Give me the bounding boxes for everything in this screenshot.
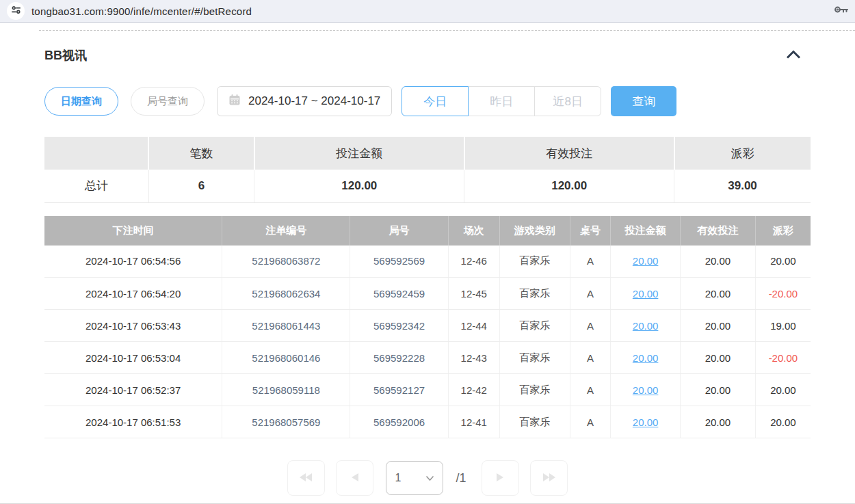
summary-header-bet-amount: 投注金额 bbox=[254, 137, 464, 170]
date-query-tab[interactable]: 日期查询 bbox=[44, 87, 118, 116]
bet-time: 2024-10-17 06:53:04 bbox=[44, 342, 222, 374]
date-range-value: 2024-10-17 ~ 2024-10-17 bbox=[248, 94, 380, 108]
bet-amount-link[interactable]: 20.00 bbox=[633, 288, 659, 300]
col-valid-bet: 有效投注 bbox=[681, 216, 756, 246]
round-id: 569592006 bbox=[350, 406, 448, 438]
bet-time: 2024-10-17 06:53:43 bbox=[44, 310, 222, 342]
col-session: 场次 bbox=[448, 216, 499, 246]
bet-record-panel: BB视讯 日期查询 局号查询 bbox=[44, 47, 811, 496]
today-button[interactable]: 今日 bbox=[402, 86, 469, 116]
summary-table: 笔数 投注金额 有效投注 派彩 总计 6 120.00 120.00 39.00 bbox=[44, 137, 811, 203]
col-payout: 派彩 bbox=[755, 216, 811, 246]
table-row: 2024-10-17 06:53:43 521968061443 5695923… bbox=[44, 310, 811, 342]
bet-amount-link[interactable]: 20.00 bbox=[633, 416, 659, 428]
site-settings-button[interactable] bbox=[7, 2, 25, 20]
bet-amount-link[interactable]: 20.00 bbox=[633, 384, 659, 396]
summary-header-row: 笔数 投注金额 有效投注 派彩 bbox=[44, 137, 811, 170]
table-row: 2024-10-17 06:54:56 521968063872 5695925… bbox=[44, 246, 811, 278]
game-type: 百家乐 bbox=[499, 406, 570, 438]
valid-bet: 20.00 bbox=[681, 374, 756, 406]
game-type: 百家乐 bbox=[499, 246, 570, 278]
page-select[interactable]: 1 bbox=[386, 461, 443, 495]
summary-header-payout: 派彩 bbox=[674, 137, 811, 170]
session: 12-42 bbox=[448, 374, 499, 406]
round-id: 569592459 bbox=[350, 278, 448, 310]
chevron-down-icon bbox=[425, 472, 434, 484]
session: 12-41 bbox=[448, 406, 499, 438]
bet-record-table: 下注时间 注单编号 局号 场次 游戏类别 桌号 投注金额 有效投注 派彩 202… bbox=[44, 216, 811, 439]
last8days-button[interactable]: 近8日 bbox=[534, 86, 601, 116]
search-button[interactable]: 查询 bbox=[611, 86, 676, 116]
game-type: 百家乐 bbox=[499, 374, 570, 406]
round-id: 569592228 bbox=[350, 342, 448, 374]
summary-valid-bet-value: 120.00 bbox=[464, 170, 674, 202]
collapse-button[interactable] bbox=[776, 49, 811, 62]
bet-amount-link[interactable]: 20.00 bbox=[633, 255, 659, 267]
url-text[interactable]: tongbao31.com:9900/infe/mcenter/#/betRec… bbox=[31, 5, 252, 17]
chevron-up-icon bbox=[786, 51, 801, 61]
bet-amount-link[interactable]: 20.00 bbox=[633, 320, 659, 332]
col-game-type: 游戏类别 bbox=[499, 216, 570, 246]
game-type: 百家乐 bbox=[499, 342, 570, 374]
session: 12-46 bbox=[448, 246, 499, 278]
pagination: 1 /1 bbox=[44, 460, 811, 496]
bet-time: 2024-10-17 06:54:56 bbox=[44, 246, 222, 278]
table-row: 2024-10-17 06:54:20 521968062634 5695924… bbox=[44, 278, 811, 310]
payout: 19.00 bbox=[755, 310, 811, 342]
page-select-value: 1 bbox=[395, 472, 401, 484]
summary-header-empty bbox=[44, 137, 148, 170]
page-total: /1 bbox=[456, 471, 466, 486]
payout: 20.00 bbox=[755, 374, 811, 406]
summary-header-count: 笔数 bbox=[148, 137, 254, 170]
table-row: 2024-10-17 06:51:53 521968057569 5695920… bbox=[44, 406, 811, 438]
payout: 20.00 bbox=[755, 406, 811, 438]
double-chevron-left-icon bbox=[298, 471, 315, 486]
order-id: 521968061443 bbox=[222, 310, 350, 342]
col-order-id: 注单编号 bbox=[222, 216, 350, 246]
tune-icon bbox=[11, 5, 21, 18]
table-header-row: 下注时间 注单编号 局号 场次 游戏类别 桌号 投注金额 有效投注 派彩 bbox=[44, 216, 811, 246]
round-query-tab[interactable]: 局号查询 bbox=[131, 87, 205, 116]
valid-bet: 20.00 bbox=[681, 278, 756, 310]
payout: 20.00 bbox=[755, 246, 811, 278]
key-icon[interactable] bbox=[833, 3, 848, 19]
valid-bet: 20.00 bbox=[681, 406, 756, 438]
table-no: A bbox=[570, 278, 610, 310]
payout: -20.00 bbox=[755, 278, 811, 310]
col-table-no: 桌号 bbox=[570, 216, 610, 246]
prev-page-button[interactable] bbox=[336, 460, 373, 496]
summary-total-label: 总计 bbox=[44, 170, 148, 202]
chevron-right-icon bbox=[495, 471, 505, 486]
payout: -20.00 bbox=[755, 342, 811, 374]
dashed-separator bbox=[39, 30, 855, 31]
session: 12-45 bbox=[448, 278, 499, 310]
chevron-left-icon bbox=[350, 471, 360, 486]
round-id: 569592127 bbox=[350, 374, 448, 406]
yesterday-button[interactable]: 昨日 bbox=[468, 86, 535, 116]
table-no: A bbox=[570, 342, 610, 374]
summary-header-valid-bet: 有效投注 bbox=[464, 137, 674, 170]
quick-range-group: 今日 昨日 近8日 bbox=[402, 86, 601, 116]
round-id: 569592342 bbox=[350, 310, 448, 342]
valid-bet: 20.00 bbox=[681, 246, 756, 278]
page-title: BB视讯 bbox=[44, 47, 87, 64]
table-row: 2024-10-17 06:52:37 521968059118 5695921… bbox=[44, 374, 811, 406]
table-no: A bbox=[570, 374, 610, 406]
table-no: A bbox=[570, 406, 610, 438]
order-id: 521968062634 bbox=[222, 278, 350, 310]
browser-address-bar: tongbao31.com:9900/infe/mcenter/#/betRec… bbox=[0, 0, 855, 23]
next-page-button[interactable] bbox=[482, 460, 519, 496]
date-range-picker[interactable]: 2024-10-17 ~ 2024-10-17 bbox=[217, 86, 392, 116]
summary-bet-amount-value: 120.00 bbox=[254, 170, 464, 202]
bet-time: 2024-10-17 06:51:53 bbox=[44, 406, 222, 438]
summary-payout-value: 39.00 bbox=[674, 170, 811, 202]
last-page-button[interactable] bbox=[530, 460, 568, 496]
filter-toolbar: 日期查询 局号查询 2024-10-17 ~ 2024-10-17 今日 bbox=[44, 86, 811, 116]
table-row: 2024-10-17 06:53:04 521968060146 5695922… bbox=[44, 342, 811, 374]
first-page-button[interactable] bbox=[287, 460, 325, 496]
bet-time: 2024-10-17 06:52:37 bbox=[44, 374, 222, 406]
table-no: A bbox=[570, 310, 610, 342]
bet-amount-link[interactable]: 20.00 bbox=[633, 352, 659, 364]
game-type: 百家乐 bbox=[499, 278, 570, 310]
valid-bet: 20.00 bbox=[681, 310, 756, 342]
